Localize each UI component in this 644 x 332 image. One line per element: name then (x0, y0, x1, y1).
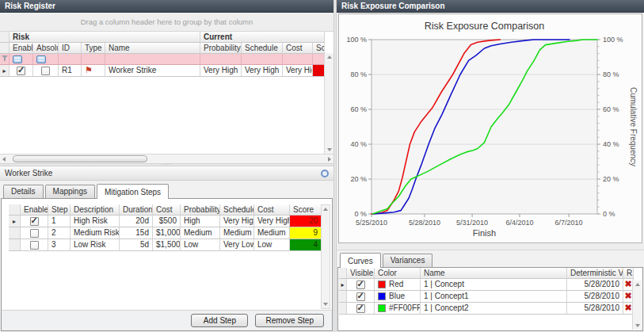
curve-visible-cell[interactable] (347, 291, 375, 303)
curve-visible-checkbox[interactable] (356, 280, 365, 289)
filter-enabled-cell[interactable] (10, 54, 33, 65)
column-header-deterministic-value[interactable]: Deterministic Value (567, 268, 623, 279)
collapse-pin-icon[interactable] (321, 170, 329, 177)
column-header-step[interactable]: Step (48, 204, 70, 216)
column-header-absolu[interactable]: Absolu... (33, 43, 59, 54)
step-cost-cell[interactable]: $1,000 (153, 227, 181, 239)
step-score-cell[interactable]: 4 (290, 239, 322, 251)
filter-type-cell[interactable] (82, 54, 105, 65)
curve-color-cell[interactable]: #FF00FF00 (375, 303, 421, 315)
tab-details[interactable]: Details (3, 185, 44, 198)
column-header-score[interactable]: Score (290, 204, 322, 216)
step-schedule-cell[interactable]: Very Low (220, 239, 254, 251)
column-header-enabled[interactable]: Enabled (10, 43, 33, 54)
remove-curve-icon[interactable]: ✖ (624, 291, 631, 300)
step-number-cell[interactable]: 3 (48, 239, 70, 251)
risk-probability-cell[interactable]: Very High (200, 65, 242, 77)
column-header-enabled[interactable]: Enabled (21, 204, 48, 216)
column-header-cost[interactable]: Cost (283, 43, 313, 54)
add-step-button[interactable]: Add Step (191, 314, 248, 327)
remove-step-button[interactable]: Remove Step (255, 314, 324, 327)
column-header-probability[interactable]: Probability (200, 43, 242, 54)
tab-mappings[interactable]: Mappings (45, 185, 95, 198)
column-header-id[interactable]: ID (59, 43, 82, 54)
filter-schedule-cell[interactable] (242, 54, 283, 65)
step-cost2-cell[interactable]: Low (254, 239, 290, 251)
column-header-name[interactable]: Name (421, 268, 567, 279)
step-enabled-cell[interactable] (21, 239, 48, 251)
column-header-cost[interactable]: Cost (254, 204, 290, 216)
curve-deterministic-value-cell[interactable]: 5/28/2010 (567, 303, 623, 315)
scroll-right-icon[interactable] (328, 157, 331, 162)
curve-visible-cell[interactable] (347, 279, 375, 291)
step-schedule-cell[interactable]: Medium (220, 227, 254, 239)
column-header-schedule[interactable]: Schedule (220, 204, 254, 216)
tab-curves[interactable]: Curves (340, 253, 381, 268)
scroll-down-icon[interactable] (635, 324, 640, 327)
step-description-cell[interactable]: High Risk (70, 216, 120, 227)
risk-row[interactable]: ▸ R1 ⚑ Worker Strike Very High Very High… (0, 65, 333, 77)
step-enabled-cell[interactable] (21, 227, 48, 239)
curve-visible-checkbox[interactable] (356, 304, 365, 313)
step-number-cell[interactable]: 1 (48, 216, 70, 227)
curve-visible-cell[interactable] (347, 303, 375, 315)
scroll-left-icon[interactable] (2, 157, 6, 162)
mitigation-vertical-scrollbar[interactable] (321, 204, 330, 309)
curve-name-cell[interactable]: 1 | Concept1 (421, 291, 567, 303)
chart-splitter[interactable] (337, 243, 644, 250)
risk-id-cell[interactable]: R1 (59, 65, 82, 77)
risk-name-cell[interactable]: Worker Strike (105, 65, 200, 77)
scroll-up-icon[interactable] (327, 55, 332, 59)
filter-score-cell[interactable] (313, 54, 325, 65)
step-enabled-checkbox[interactable] (30, 241, 39, 250)
risk-enabled-cell[interactable] (10, 65, 33, 77)
mitigation-step-row[interactable]: 3Low Risk5d$1,500LowVery LowLow4 (9, 239, 322, 251)
curve-row[interactable]: ▸Red1 | Concept5/28/2010✖ (339, 279, 634, 291)
column-header-sc[interactable]: Sc (313, 43, 325, 54)
column-header-duration[interactable]: Duration (120, 204, 153, 216)
curve-row[interactable]: Blue1 | Concept15/28/2010✖ (339, 291, 634, 303)
risk-cost-cell[interactable]: Very High (283, 65, 313, 77)
horizontal-scrollbar[interactable] (0, 154, 333, 163)
step-duration-cell[interactable]: 5d (120, 239, 153, 251)
column-header-schedule[interactable]: Schedule (242, 43, 283, 54)
mitigation-step-row[interactable]: ▸1High Risk20d$500HighVery HighVery High… (9, 216, 322, 227)
group-by-drop-area[interactable]: Drag a column header here to group by th… (0, 13, 333, 32)
curves-vertical-scrollbar[interactable] (632, 280, 642, 330)
band-risk[interactable]: Risk (10, 32, 200, 43)
risk-score-cell[interactable] (313, 65, 325, 77)
filter-absolute-cell[interactable] (33, 54, 59, 65)
curve-deterministic-value-cell[interactable]: 5/28/2010 (567, 291, 623, 303)
column-header-type[interactable]: Type (82, 43, 105, 54)
step-cost-cell[interactable]: $500 (153, 216, 181, 227)
scroll-up-icon[interactable] (323, 208, 328, 211)
column-header-description[interactable]: Description (70, 204, 120, 216)
step-probability-cell[interactable]: Low (181, 239, 220, 251)
step-duration-cell[interactable]: 15d (120, 227, 153, 239)
step-score-cell[interactable]: 20 (290, 216, 322, 227)
column-header-probability[interactable]: Probability (181, 204, 220, 216)
step-description-cell[interactable]: Low Risk (70, 239, 120, 251)
step-cost2-cell[interactable]: Very High (254, 216, 290, 227)
scroll-down-icon[interactable] (323, 303, 328, 306)
curve-name-cell[interactable]: 1 | Concept (421, 279, 567, 291)
curve-name-cell[interactable]: 1 | Concept2 (421, 303, 567, 315)
filter-name-cell[interactable] (105, 54, 200, 65)
curve-color-cell[interactable]: Red (375, 279, 421, 291)
step-score-cell[interactable]: 9 (290, 227, 322, 239)
column-header-name[interactable]: Name (105, 43, 200, 54)
risk-type-cell[interactable]: ⚑ (82, 65, 105, 77)
scrollbar-thumb[interactable] (13, 155, 147, 162)
remove-curve-icon[interactable]: ✖ (624, 303, 631, 312)
remove-curve-icon[interactable]: ✖ (624, 279, 631, 288)
curve-row[interactable]: #FF00FF001 | Concept25/28/2010✖ (339, 303, 634, 315)
enabled-checkbox[interactable] (17, 67, 25, 75)
step-probability-cell[interactable]: Medium (181, 227, 220, 239)
mitigation-step-row[interactable]: 2Medium Risk15d$1,000MediumMediumMedium9 (9, 227, 322, 239)
step-enabled-checkbox[interactable] (30, 229, 39, 238)
curve-color-cell[interactable]: Blue (375, 291, 421, 303)
step-duration-cell[interactable]: 20d (120, 216, 153, 227)
column-header-r[interactable]: R... (623, 268, 634, 279)
step-enabled-cell[interactable] (21, 216, 48, 227)
step-number-cell[interactable]: 2 (48, 227, 70, 239)
